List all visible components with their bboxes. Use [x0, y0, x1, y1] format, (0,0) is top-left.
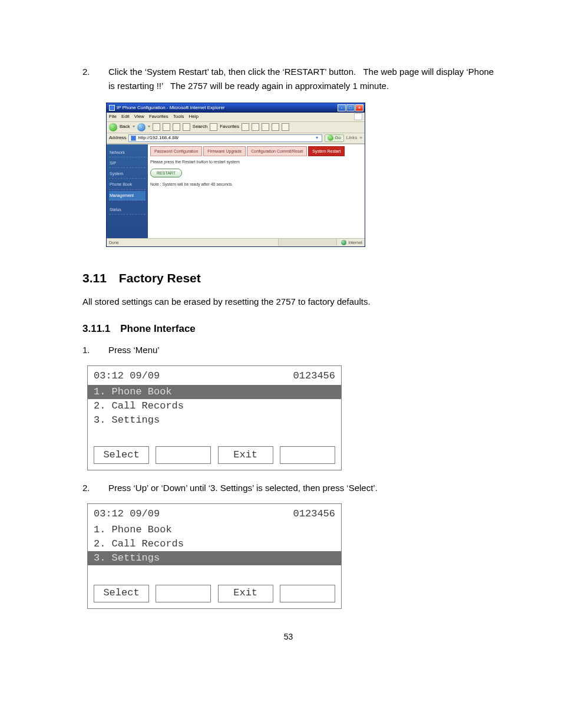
- ie-icon: [109, 105, 115, 111]
- instruction-step-2b: 2. Press ‘Up’ or ‘Down’ until ‘3. Settin…: [82, 481, 494, 495]
- tab-commit-reset[interactable]: Configuration Commit/Reset: [247, 146, 307, 156]
- search-icon[interactable]: [183, 123, 190, 131]
- config-sidebar: Network SIP System Phone Book Management…: [107, 144, 148, 238]
- restart-button[interactable]: RESTART: [150, 169, 182, 177]
- softkey-select[interactable]: Select: [94, 585, 149, 602]
- lcd-row-3-selected: 3. Settings: [88, 551, 341, 565]
- status-zone: Internet: [348, 239, 362, 246]
- menu-bar: File Edit View Favorites Tools Help: [107, 113, 365, 122]
- mail-icon[interactable]: [252, 123, 259, 131]
- sidebar-item-system[interactable]: System: [109, 169, 146, 179]
- go-icon: [328, 135, 333, 141]
- sidebar-item-sip[interactable]: SIP: [109, 159, 146, 168]
- restart-instruction: Please press the Restart button to resta…: [150, 159, 362, 165]
- phone-display-1: 03:12 09/09 0123456 1. Phone Book 2. Cal…: [87, 365, 342, 470]
- menu-tools[interactable]: Tools: [173, 113, 184, 121]
- go-label: Go: [335, 134, 341, 142]
- step-number: 2.: [82, 481, 108, 495]
- menu-file[interactable]: File: [109, 113, 117, 121]
- favorites-label: Favorites: [220, 123, 239, 131]
- links-label[interactable]: Links: [346, 134, 358, 142]
- back-label: Back: [120, 123, 130, 131]
- lcd-account: 0123456: [293, 508, 335, 521]
- lcd-row-3: 3. Settings: [88, 413, 341, 427]
- sidebar-item-network[interactable]: Network: [109, 148, 146, 157]
- address-dropdown-icon[interactable]: ▾: [314, 134, 320, 142]
- links-chevron-icon[interactable]: »: [360, 134, 362, 142]
- softkey-select[interactable]: Select: [94, 446, 149, 464]
- sidebar-item-status[interactable]: Status: [109, 205, 146, 215]
- address-field[interactable]: http://192.168.4.88/ ▾: [128, 134, 322, 142]
- page-number: 53: [82, 630, 494, 643]
- window-title: IP Phone Configuration - Microsoft Inter…: [117, 104, 225, 112]
- heading-factory-reset: 3.11 Factory Reset: [82, 268, 494, 288]
- menu-edit[interactable]: Edit: [121, 113, 130, 121]
- step-text: Press ‘Up’ or ‘Down’ until ‘3. Settings’…: [108, 481, 494, 495]
- edit-icon[interactable]: [272, 123, 279, 131]
- softkey-blank[interactable]: [156, 585, 211, 602]
- search-label: Search: [193, 123, 207, 131]
- instruction-step-1: 1. Press ‘Menu’: [82, 343, 494, 357]
- lcd-row-2: 2. Call Records: [88, 399, 341, 413]
- softkey-exit[interactable]: Exit: [218, 585, 273, 602]
- step-number: 1.: [82, 343, 108, 357]
- instruction-step-2: 2. Click the ‘System Restart’ tab, then …: [82, 65, 494, 93]
- close-button[interactable]: ×: [355, 104, 363, 111]
- status-done: Done: [109, 239, 119, 246]
- status-bar: Done Internet: [107, 238, 365, 246]
- lcd-row-1-selected: 1. Phone Book: [88, 385, 341, 399]
- print-icon[interactable]: [262, 123, 269, 131]
- go-button[interactable]: Go: [325, 134, 344, 142]
- lcd-row-2: 2. Call Records: [88, 537, 341, 551]
- phone-display-2: 03:12 09/09 0123456 1. Phone Book 2. Cal…: [87, 503, 342, 608]
- favorites-icon[interactable]: [210, 123, 217, 131]
- address-label: Address: [109, 134, 126, 142]
- lcd-time: 03:12 09/09: [94, 370, 160, 383]
- lcd-account: 0123456: [293, 370, 335, 383]
- tab-firmware[interactable]: Firmware Upgrade: [203, 146, 246, 156]
- tab-password[interactable]: Password Configuration: [150, 146, 202, 156]
- window-titlebar: IP Phone Configuration - Microsoft Inter…: [107, 103, 365, 113]
- sidebar-item-management[interactable]: Management: [109, 191, 146, 200]
- menu-favorites[interactable]: Favorites: [149, 113, 168, 121]
- minimize-button[interactable]: -: [338, 104, 346, 111]
- lcd-row-1: 1. Phone Book: [88, 523, 341, 537]
- history-icon[interactable]: [242, 123, 249, 131]
- softkey-blank[interactable]: [280, 585, 335, 602]
- refresh-icon[interactable]: [163, 123, 170, 131]
- page-icon: [131, 136, 136, 141]
- menu-view[interactable]: View: [134, 113, 144, 121]
- factory-reset-text: All stored settings can be erased by res…: [82, 295, 494, 309]
- config-content: Password Configuration Firmware Upgrade …: [148, 144, 365, 238]
- stop-icon[interactable]: [153, 123, 160, 131]
- step-number: 2.: [82, 65, 108, 93]
- step-text: Press ‘Menu’: [108, 343, 494, 357]
- menu-help[interactable]: Help: [189, 113, 198, 121]
- windows-flag-icon: [354, 113, 362, 120]
- discuss-icon[interactable]: [282, 123, 289, 131]
- restart-note: Note : System will be ready after 40 sec…: [150, 181, 362, 187]
- address-value: http://192.168.4.88/: [138, 134, 178, 142]
- globe-icon: [341, 240, 346, 245]
- heading-phone-interface: 3.11.1 Phone Interface: [82, 321, 494, 337]
- step-text: Click the ‘System Restart’ tab, then cli…: [108, 65, 494, 93]
- sidebar-item-phonebook[interactable]: Phone Book: [109, 180, 146, 189]
- toolbar: Back ▾ ▾ Search Favorites: [107, 122, 365, 133]
- lcd-time: 03:12 09/09: [94, 508, 160, 521]
- tab-system-restart[interactable]: System Restart: [308, 146, 345, 156]
- home-icon[interactable]: [173, 123, 180, 131]
- address-bar: Address http://192.168.4.88/ ▾ Go Links …: [107, 133, 365, 144]
- back-icon[interactable]: [109, 123, 117, 131]
- maximize-button[interactable]: □: [346, 104, 355, 111]
- softkey-blank[interactable]: [280, 446, 335, 464]
- forward-icon[interactable]: [137, 123, 146, 131]
- browser-screenshot: IP Phone Configuration - Microsoft Inter…: [106, 103, 365, 247]
- softkey-blank[interactable]: [156, 446, 211, 464]
- softkey-exit[interactable]: Exit: [218, 446, 273, 464]
